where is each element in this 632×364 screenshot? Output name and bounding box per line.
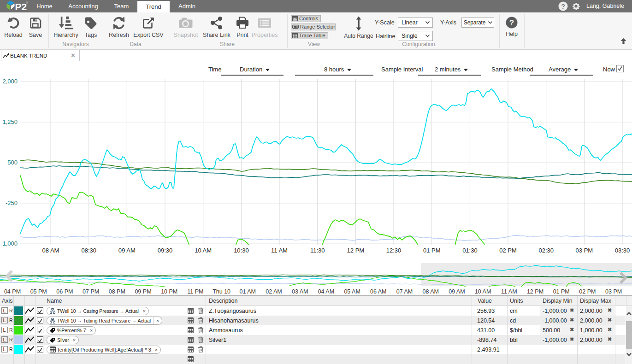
svg-text:?: ? bbox=[509, 18, 514, 27]
svg-text:02 AM: 02 AM bbox=[266, 288, 282, 295]
svg-text:12 PM: 12 PM bbox=[527, 288, 543, 295]
svg-text:11:30: 11:30 bbox=[310, 247, 325, 254]
svg-text:09 AM: 09 AM bbox=[118, 247, 136, 254]
svg-text:04 PM: 04 PM bbox=[4, 288, 21, 295]
svg-text:2,000: 2,000 bbox=[2, 78, 18, 85]
svg-text:03 PM: 03 PM bbox=[605, 288, 622, 295]
svg-text:06 AM: 06 AM bbox=[370, 288, 386, 295]
svg-text:10:30: 10:30 bbox=[234, 247, 249, 254]
svg-text:08 AM: 08 AM bbox=[42, 247, 59, 254]
svg-text:®: ® bbox=[26, 1, 29, 5]
svg-text:03:30: 03:30 bbox=[615, 247, 630, 254]
svg-text:02:30: 02:30 bbox=[538, 247, 554, 254]
svg-text:05 AM: 05 AM bbox=[344, 288, 360, 295]
svg-text:12 PM: 12 PM bbox=[347, 247, 365, 254]
svg-text:09 AM: 09 AM bbox=[449, 288, 465, 295]
svg-text:11 AM: 11 AM bbox=[501, 288, 517, 295]
svg-text:01 PM: 01 PM bbox=[553, 288, 570, 295]
svg-text:01 AM: 01 AM bbox=[240, 288, 256, 295]
svg-text:08 PM: 08 PM bbox=[109, 288, 125, 295]
svg-text:01 PM: 01 PM bbox=[423, 247, 441, 254]
svg-text:03 AM: 03 AM bbox=[292, 288, 308, 295]
svg-text:12:30: 12:30 bbox=[386, 247, 402, 254]
svg-text:02 PM: 02 PM bbox=[499, 247, 517, 254]
svg-text:07 AM: 07 AM bbox=[396, 288, 413, 295]
svg-text:06 PM: 06 PM bbox=[56, 288, 73, 295]
svg-text:08 AM: 08 AM bbox=[422, 288, 438, 295]
svg-text:-250: -250 bbox=[6, 200, 18, 206]
svg-text:03 PM: 03 PM bbox=[576, 247, 593, 254]
svg-text:07 PM: 07 PM bbox=[83, 288, 99, 295]
svg-text:1,250: 1,250 bbox=[2, 118, 18, 125]
svg-text:-1,000: -1,000 bbox=[0, 240, 18, 247]
svg-text:02 PM: 02 PM bbox=[579, 288, 596, 295]
svg-text:Thu 10: Thu 10 bbox=[213, 288, 230, 295]
svg-text:10 AM: 10 AM bbox=[475, 288, 491, 295]
svg-text:08:30: 08:30 bbox=[81, 247, 96, 254]
svg-text:500: 500 bbox=[7, 159, 18, 166]
svg-text:?: ? bbox=[561, 3, 565, 10]
svg-text:10 AM: 10 AM bbox=[195, 247, 212, 254]
svg-text:09:30: 09:30 bbox=[158, 247, 173, 254]
svg-text:01:30: 01:30 bbox=[462, 247, 478, 254]
svg-text:05 PM: 05 PM bbox=[30, 288, 47, 295]
svg-text:10 PM: 10 PM bbox=[161, 288, 177, 295]
svg-text:09 PM: 09 PM bbox=[135, 288, 151, 295]
svg-text:04 AM: 04 AM bbox=[318, 288, 334, 295]
svg-text:11 PM: 11 PM bbox=[187, 288, 203, 295]
svg-text:P2: P2 bbox=[15, 1, 27, 12]
svg-text:11 AM: 11 AM bbox=[271, 247, 288, 254]
